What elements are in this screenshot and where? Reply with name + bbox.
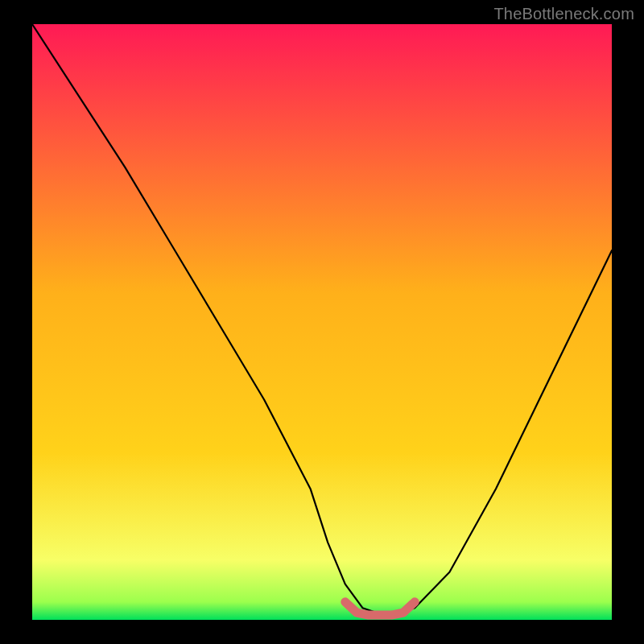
chart-background [32, 24, 612, 620]
chart-svg [32, 24, 612, 620]
chart-area [32, 24, 612, 620]
watermark-label: TheBottleneck.com [493, 5, 634, 23]
